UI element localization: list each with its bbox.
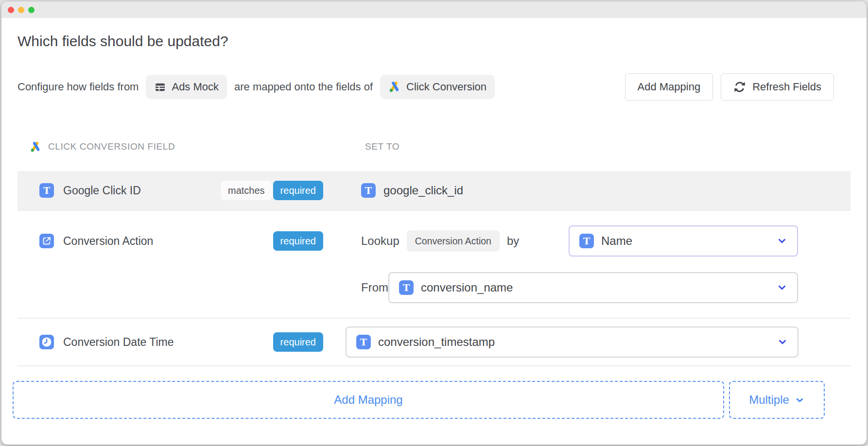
- add-mapping-dashed-button[interactable]: Add Mapping: [13, 381, 724, 419]
- target-chip-label: Click Conversion: [406, 81, 486, 93]
- required-badge: required: [273, 231, 323, 251]
- configure-text-before: Configure how fields from: [17, 81, 139, 93]
- target-chip: Click Conversion: [380, 75, 495, 99]
- field-column-header-label: CLICK CONVERSION FIELD: [48, 141, 175, 152]
- text-field-glyph: T: [360, 338, 367, 347]
- table-header: CLICK CONVERSION FIELD SET TO: [17, 138, 851, 155]
- toolbar: Configure how fields from Ads Mock are m…: [17, 73, 851, 101]
- refresh-fields-button-label: Refresh Fields: [752, 81, 821, 93]
- required-badge: required: [273, 332, 323, 352]
- add-mapping-button-label: Add Mapping: [638, 81, 701, 93]
- mapping-row-google-click-id: T Google Click ID matches required T goo…: [17, 171, 851, 210]
- google-ads-icon: [388, 81, 401, 93]
- badge-group: matches required: [221, 181, 323, 200]
- from-label: From: [361, 281, 388, 294]
- configure-text-middle: are mapped onto the fields of: [234, 81, 373, 93]
- field-label: Conversion Date Time: [63, 336, 174, 349]
- by-label: by: [507, 234, 519, 248]
- add-mapping-dashed-label: Add Mapping: [334, 393, 402, 407]
- lookup-label: Lookup: [361, 234, 399, 248]
- field-cell: T Google Click ID matches required: [17, 181, 361, 200]
- refresh-fields-button[interactable]: Refresh Fields: [721, 73, 834, 101]
- required-badge: required: [273, 181, 323, 200]
- text-field-glyph: T: [583, 237, 590, 246]
- add-mapping-button[interactable]: Add Mapping: [625, 73, 713, 101]
- minimize-button[interactable]: [18, 7, 24, 13]
- field-column-header: CLICK CONVERSION FIELD: [17, 141, 361, 153]
- titlebar: [1, 1, 867, 18]
- chevron-down-icon: [777, 282, 787, 293]
- google-ads-icon: [30, 141, 42, 153]
- badge-group: required: [273, 332, 323, 352]
- chevron-down-icon: [777, 236, 787, 246]
- from-line: From T conversion_name: [361, 272, 853, 304]
- lookup-entity-chip: Conversion Action: [407, 230, 500, 252]
- close-button[interactable]: [8, 7, 14, 13]
- set-to-column-header: SET TO: [361, 141, 399, 152]
- text-field-glyph: T: [43, 186, 50, 195]
- text-field-icon: T: [399, 280, 414, 295]
- set-to-value: google_click_id: [383, 184, 463, 197]
- lookup-by-dropdown[interactable]: T Name: [569, 225, 798, 257]
- multiple-label: Multiple: [749, 393, 789, 407]
- text-field-icon: T: [579, 234, 594, 248]
- field-label: Google Click ID: [63, 184, 141, 197]
- app-window: Which fields should be updated? Configur…: [1, 1, 867, 445]
- text-field-icon: T: [356, 335, 371, 349]
- set-to-cell: T google_click_id: [361, 183, 851, 198]
- dropdown-value: Name: [601, 234, 777, 248]
- dropdown-value: conversion_name: [421, 281, 777, 294]
- multiple-dropdown-button[interactable]: Multiple: [729, 381, 825, 419]
- lookup-from-dropdown[interactable]: T conversion_name: [388, 272, 798, 303]
- dropdown-value: conversion_timestamp: [378, 335, 777, 349]
- chevron-down-icon: [795, 395, 805, 405]
- set-to-cell: Lookup Conversion Action by T Name From …: [361, 225, 853, 304]
- set-to-dropdown[interactable]: T conversion_timestamp: [346, 326, 799, 358]
- page-title: Which fields should be updated?: [17, 33, 851, 50]
- text-field-icon: T: [39, 183, 54, 198]
- clock-icon: [39, 335, 54, 349]
- footer-actions: Add Mapping Multiple: [17, 381, 851, 419]
- source-chip: Ads Mock: [146, 75, 227, 99]
- lookup-line: Lookup Conversion Action by T Name: [361, 225, 853, 257]
- configure-sentence: Configure how fields from Ads Mock are m…: [17, 75, 495, 99]
- toolbar-actions: Add Mapping Refresh Fields: [625, 73, 834, 101]
- chevron-down-icon: [777, 337, 788, 347]
- text-field-icon: T: [361, 183, 376, 198]
- source-chip-label: Ads Mock: [172, 81, 219, 93]
- refresh-icon: [733, 81, 746, 93]
- table-icon: [154, 81, 166, 93]
- field-label: Conversion Action: [63, 235, 153, 248]
- text-field-glyph: T: [365, 186, 372, 195]
- zoom-button[interactable]: [28, 7, 35, 13]
- set-to-cell: T conversion_timestamp: [361, 326, 853, 358]
- external-link-icon: [39, 234, 54, 248]
- mapping-row-conversion-action: Conversion Action required Lookup Conver…: [17, 210, 851, 318]
- badge-group: required: [273, 231, 323, 251]
- text-field-glyph: T: [403, 283, 410, 292]
- field-cell: Conversion Action required: [17, 225, 361, 257]
- field-cell: Conversion Date Time required: [17, 332, 361, 352]
- matches-badge: matches: [221, 181, 272, 200]
- mapping-row-conversion-date-time: Conversion Date Time required T conversi…: [17, 318, 851, 366]
